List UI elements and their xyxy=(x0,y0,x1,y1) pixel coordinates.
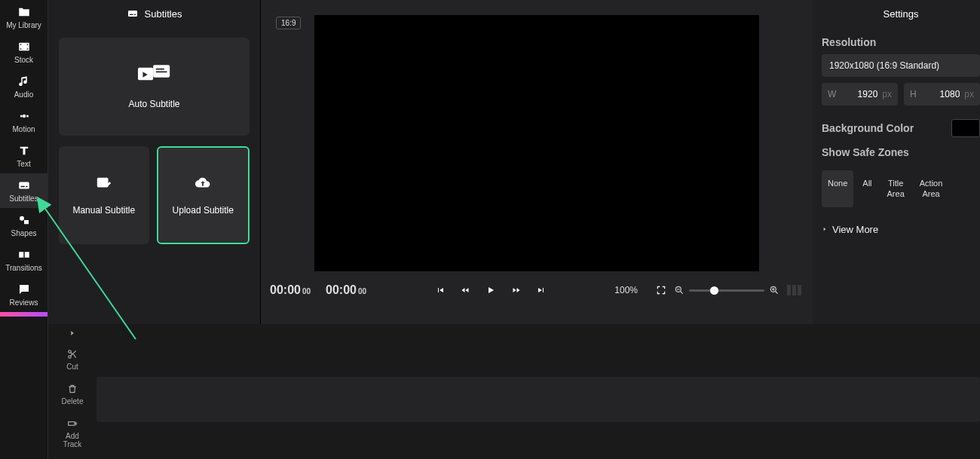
manual-subtitle-icon xyxy=(96,175,112,194)
zone-action-button[interactable]: Action Area xyxy=(914,170,949,207)
sidebar-item-label: Stock xyxy=(14,56,33,64)
skip-end-button[interactable] xyxy=(537,286,546,295)
manual-subtitle-card[interactable]: Manual Subtitle xyxy=(59,146,149,244)
left-sidebar: My Library Stock Audio Motion Text Subti… xyxy=(0,0,48,459)
fullscreen-button[interactable] xyxy=(656,285,666,295)
time-current: 00:0000 xyxy=(270,283,311,297)
forward-button[interactable] xyxy=(511,286,522,295)
playback-controls: 00:0000 00:0000 100% xyxy=(261,271,813,309)
sidebar-item-text[interactable]: Text xyxy=(0,139,47,173)
view-more-button[interactable]: View More xyxy=(822,224,980,235)
resolution-dropdown[interactable]: 1920x1080 (16:9 Standard) xyxy=(822,54,980,77)
add-track-label: Add Track xyxy=(63,432,82,448)
resolution-label: Resolution xyxy=(822,36,980,48)
upload-subtitle-card[interactable]: Upload Subtitle xyxy=(157,146,250,244)
track-lane[interactable] xyxy=(96,377,980,422)
bgcolor-label: Background Color xyxy=(822,122,914,134)
music-icon xyxy=(17,75,31,88)
sidebar-item-shapes[interactable]: Shapes xyxy=(0,208,47,243)
svg-rect-10 xyxy=(26,186,27,188)
svg-point-7 xyxy=(26,115,29,118)
svg-point-11 xyxy=(20,216,24,221)
sidebar-item-label: Shapes xyxy=(11,229,37,237)
svg-rect-12 xyxy=(24,220,29,224)
play-button[interactable] xyxy=(485,285,496,295)
sidebar-item-reviews[interactable]: Reviews xyxy=(0,277,47,312)
height-input[interactable]: H 1080 px xyxy=(904,83,980,106)
rewind-button[interactable] xyxy=(460,286,470,295)
settings-panel: Settings Resolution 1920x1080 (16:9 Stan… xyxy=(813,0,980,324)
sidebar-item-motion[interactable]: Motion xyxy=(0,104,47,139)
range-handles[interactable] xyxy=(787,285,804,295)
delete-button[interactable]: Delete xyxy=(48,377,96,412)
sidebar-item-label: Subtitles xyxy=(9,194,38,203)
aspect-ratio-badge[interactable]: 16:9 xyxy=(276,17,301,29)
svg-rect-20 xyxy=(153,65,170,78)
text-icon xyxy=(17,144,31,158)
zoom-in-button[interactable] xyxy=(769,285,779,295)
add-track-button[interactable]: Add Track xyxy=(48,412,96,454)
safe-zones-label: Show Safe Zones xyxy=(822,146,980,158)
cloud-upload-icon xyxy=(194,175,211,194)
sidebar-item-label: Motion xyxy=(12,125,35,133)
panel-title-text: Subtitles xyxy=(145,8,182,20)
width-input[interactable]: W 1920 px xyxy=(822,83,898,106)
svg-rect-15 xyxy=(128,11,137,17)
transition-icon xyxy=(17,248,31,262)
svg-rect-21 xyxy=(155,69,164,70)
auto-subtitle-icon xyxy=(138,64,171,88)
svg-rect-3 xyxy=(26,44,28,45)
svg-rect-22 xyxy=(155,71,167,72)
upload-subtitle-label: Upload Subtitle xyxy=(173,205,234,216)
svg-rect-9 xyxy=(20,186,24,188)
add-track-icon xyxy=(66,418,78,430)
zone-none-button[interactable]: None xyxy=(822,170,853,207)
sidebar-item-subtitles[interactable]: Subtitles xyxy=(0,173,47,208)
sidebar-item-my-library[interactable]: My Library xyxy=(0,0,47,35)
manual-subtitle-label: Manual Subtitle xyxy=(72,205,135,216)
svg-rect-14 xyxy=(24,252,29,258)
chevron-right-icon xyxy=(822,225,828,233)
film-icon xyxy=(17,40,31,54)
subtitle-icon xyxy=(127,8,139,20)
zoom-slider[interactable] xyxy=(689,289,764,292)
cut-label: Cut xyxy=(66,363,78,371)
timeline-tracks[interactable] xyxy=(96,324,980,459)
svg-rect-1 xyxy=(20,44,21,45)
sidebar-gradient-accent xyxy=(0,312,47,317)
sidebar-item-audio[interactable]: Audio xyxy=(0,69,47,104)
zoom-out-button[interactable] xyxy=(674,285,684,295)
svg-rect-23 xyxy=(97,178,109,188)
svg-point-5 xyxy=(20,115,22,118)
auto-subtitle-card[interactable]: Auto Subtitle xyxy=(59,38,250,136)
auto-subtitle-label: Auto Subtitle xyxy=(128,99,179,109)
bgcolor-swatch[interactable] xyxy=(951,119,980,137)
svg-rect-4 xyxy=(26,48,28,50)
preview-area: 16:9 00:0000 00:0000 100% xyxy=(261,0,813,324)
trash-icon xyxy=(66,383,78,395)
timeline-tools: Cut Delete Add Track xyxy=(48,324,96,459)
video-canvas[interactable] xyxy=(314,15,759,271)
timeline: Cut Delete Add Track xyxy=(48,324,980,459)
sidebar-item-label: Audio xyxy=(14,90,34,99)
svg-rect-17 xyxy=(134,14,136,15)
zone-title-button[interactable]: Title Area xyxy=(881,170,911,207)
collapse-panel-button[interactable] xyxy=(48,324,96,342)
sidebar-item-stock[interactable]: Stock xyxy=(0,35,47,69)
sidebar-item-label: My Library xyxy=(6,21,41,29)
zone-all-button[interactable]: All xyxy=(856,170,877,207)
svg-rect-8 xyxy=(19,182,29,189)
shapes-icon xyxy=(17,213,31,227)
svg-rect-2 xyxy=(20,48,21,50)
sidebar-item-transitions[interactable]: Transitions xyxy=(0,243,47,277)
skip-start-button[interactable] xyxy=(436,286,445,295)
sidebar-item-label: Reviews xyxy=(10,298,38,307)
svg-rect-28 xyxy=(69,422,75,426)
time-total: 00:0000 xyxy=(326,283,366,297)
cut-button[interactable]: Cut xyxy=(48,342,96,377)
folder-icon xyxy=(17,5,31,19)
main-area: Subtitles Auto Subtitle Manual Subtitle xyxy=(48,0,980,459)
svg-point-6 xyxy=(22,115,26,118)
panel-title: Subtitles xyxy=(48,0,260,27)
settings-title: Settings xyxy=(822,0,980,27)
